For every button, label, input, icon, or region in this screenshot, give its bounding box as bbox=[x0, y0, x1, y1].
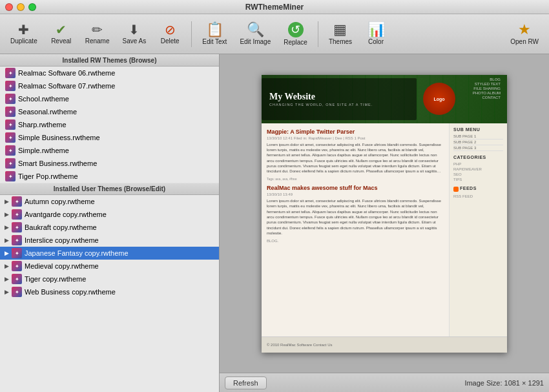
theme-icon bbox=[5, 132, 16, 143]
list-item[interactable]: Realmac Software 06.rwtheme bbox=[0, 67, 219, 79]
preview-image: My Website CHANGING THE WORLD, ONE SITE … bbox=[262, 75, 507, 353]
window-controls[interactable] bbox=[5, 3, 36, 11]
website-title: My Website bbox=[269, 92, 373, 102]
website-footer: © 2010 RealMac Software Contact Us bbox=[262, 336, 507, 353]
list-item[interactable]: ▶ Medieval copy.rwtheme bbox=[0, 260, 219, 273]
list-item[interactable]: Smart Business.rwtheme bbox=[0, 157, 219, 170]
category-seo: SEO bbox=[453, 172, 503, 177]
post1-title: Magpie: A Simple Twitter Parser bbox=[267, 129, 444, 135]
disclosure-triangle: ▶ bbox=[3, 198, 10, 205]
website-subtitle: CHANGING THE WORLD, ONE SITE AT A TIME. bbox=[269, 103, 373, 107]
user-theme-list: ▶ Autumn copy.rwtheme ▶ Avantgarde copy.… bbox=[0, 195, 219, 298]
list-item[interactable]: Sharp.rwtheme bbox=[0, 118, 219, 131]
disclosure-triangle: ▶ bbox=[3, 288, 10, 296]
post2-title: RealMac makes awesome stuff for Macs bbox=[267, 185, 444, 191]
nav-item-file: FILE SHARING bbox=[473, 87, 501, 90]
list-item[interactable]: ▶ Avantgarde copy.rwtheme bbox=[0, 208, 219, 221]
list-item[interactable]: Tiger Pop.rwtheme bbox=[0, 170, 219, 183]
sidebar-link-3: SUB PAGE 3 bbox=[453, 145, 503, 151]
footer-text: © 2010 RealMac Software Contact Us bbox=[267, 343, 332, 347]
blog-post-2: RealMac makes awesome stuff for Macs 13/… bbox=[267, 185, 444, 236]
theme-icon bbox=[12, 222, 22, 232]
list-item[interactable]: ▶ Baukraft copy.rwtheme bbox=[0, 221, 219, 234]
theme-icon bbox=[5, 171, 16, 181]
disclosure-triangle: ▶ bbox=[3, 249, 10, 257]
theme-icon bbox=[12, 274, 22, 284]
submenu-title: Sub Menu bbox=[453, 127, 503, 132]
rename-icon: ✏ bbox=[92, 23, 103, 36]
reveal-button[interactable]: ✔ Reveal bbox=[45, 21, 78, 47]
website-nav: BLOG STYLED TEXT FILE SHARING PHOTO ALBU… bbox=[473, 77, 501, 99]
category-php: PHP bbox=[453, 161, 503, 167]
disclosure-triangle: ▶ bbox=[3, 275, 10, 283]
save-as-icon: ⬇ bbox=[129, 23, 140, 36]
rss-feed: RSS FEED bbox=[453, 194, 503, 199]
theme-name: Realmac Software 06.rwtheme bbox=[18, 69, 115, 77]
list-item[interactable]: ▶ Web Business copy.rwtheme bbox=[0, 285, 219, 298]
list-item[interactable]: Seasonal.rwtheme bbox=[0, 105, 219, 118]
rename-button[interactable]: ✏ Rename bbox=[80, 21, 115, 47]
close-button[interactable] bbox=[5, 3, 13, 11]
theme-name: Japanese Fantasy copy.rwtheme bbox=[25, 249, 129, 257]
feeds-title: Feeds bbox=[460, 186, 477, 191]
list-item[interactable]: ▶ Tiger copy.rwtheme bbox=[0, 273, 219, 285]
edit-text-label: Edit Text bbox=[202, 38, 227, 45]
reveal-label: Reveal bbox=[51, 37, 71, 45]
right-panel: My Website CHANGING THE WORLD, ONE SITE … bbox=[220, 54, 549, 392]
color-button[interactable]: 📊 Color bbox=[360, 20, 392, 48]
website-mockup: My Website CHANGING THE WORLD, ONE SITE … bbox=[262, 75, 507, 353]
toolbar-separator-1 bbox=[191, 21, 192, 47]
list-item[interactable]: Realmac Software 07.rwtheme bbox=[0, 79, 219, 92]
themes-button[interactable]: ▦ Themes bbox=[324, 20, 357, 48]
edit-image-button[interactable]: 🔍 Edit Image bbox=[234, 20, 276, 48]
list-item[interactable]: School.rwtheme bbox=[0, 92, 219, 105]
theme-name: Smart Business.rwtheme bbox=[18, 160, 97, 167]
list-item-selected[interactable]: ▶ Japanese Fantasy copy.rwtheme bbox=[0, 247, 219, 260]
list-item[interactable]: Simple.rwtheme bbox=[0, 144, 219, 157]
nav-item-contact: CONTACT bbox=[473, 96, 501, 99]
theme-icon bbox=[5, 158, 16, 169]
list-item[interactable]: ▶ Interslice copy.rwtheme bbox=[0, 234, 219, 247]
delete-button[interactable]: ⊘ Delete bbox=[154, 21, 186, 47]
maximize-button[interactable] bbox=[28, 3, 36, 11]
theme-name: Interslice copy.rwtheme bbox=[25, 236, 99, 244]
disclosure-triangle: ▶ bbox=[3, 223, 10, 231]
replace-button[interactable]: ↺ Replace bbox=[278, 19, 313, 48]
duplicate-button[interactable]: ✚ Duplicate bbox=[5, 21, 43, 47]
installed-rw-list: Realmac Software 06.rwtheme Realmac Soft… bbox=[0, 67, 219, 183]
bottom-bar: Refresh Image Size: 1081 × 1291 bbox=[220, 373, 549, 392]
blog-post-1: Magpie: A Simple Twitter Parser 13/30/10… bbox=[267, 129, 444, 181]
list-item[interactable]: Simple Business.rwtheme bbox=[0, 131, 219, 144]
website-main-content: Magpie: A Simple Twitter Parser 13/30/10… bbox=[262, 123, 449, 336]
theme-name: Seasonal.rwtheme bbox=[18, 108, 77, 116]
theme-name: Sharp.rwtheme bbox=[18, 121, 67, 129]
post2-date: 13/30/10 13:49 bbox=[267, 192, 444, 196]
theme-name: Web Business copy.rwtheme bbox=[25, 288, 116, 296]
replace-label: Replace bbox=[284, 39, 307, 46]
save-as-button[interactable]: ⬇ Save As bbox=[118, 21, 152, 47]
theme-icon bbox=[12, 261, 22, 271]
theme-icon bbox=[12, 287, 22, 297]
minimize-button[interactable] bbox=[17, 3, 25, 11]
theme-icon bbox=[5, 119, 16, 130]
nav-item-styled: STYLED TEXT bbox=[473, 82, 501, 86]
theme-name: Baukraft copy.rwtheme bbox=[25, 223, 97, 231]
refresh-button[interactable]: Refresh bbox=[225, 377, 267, 389]
categories-title: Categories bbox=[453, 155, 503, 160]
open-rw-button[interactable]: ★ Open RW bbox=[505, 20, 544, 48]
post1-tags: Tags: ava, ava, #free bbox=[267, 177, 444, 181]
edit-image-label: Edit Image bbox=[240, 38, 271, 45]
theme-icon bbox=[12, 248, 22, 258]
list-item[interactable]: ▶ Autumn copy.rwtheme bbox=[0, 195, 219, 208]
theme-icon bbox=[12, 209, 22, 220]
theme-name: Realmac Software 07.rwtheme bbox=[18, 82, 115, 90]
delete-label: Delete bbox=[161, 37, 180, 45]
theme-icon bbox=[5, 68, 16, 78]
theme-name: School.rwtheme bbox=[18, 95, 69, 103]
replace-icon: ↺ bbox=[288, 22, 304, 37]
edit-text-button[interactable]: 📋 Edit Text bbox=[197, 20, 232, 48]
theme-icon bbox=[5, 107, 16, 117]
left-panel: Installed RW Themes (Browse) Realmac Sof… bbox=[0, 54, 220, 392]
delete-icon: ⊘ bbox=[165, 23, 176, 36]
themes-label: Themes bbox=[329, 38, 352, 45]
